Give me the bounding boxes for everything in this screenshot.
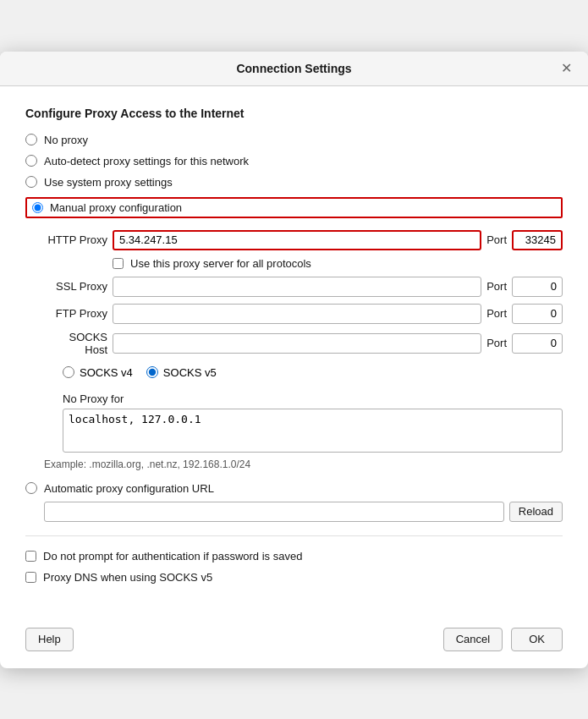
footer-right-buttons: Cancel OK [443, 628, 563, 651]
ftp-proxy-input[interactable] [113, 304, 481, 324]
manual-proxy-label: Manual proxy configuration [50, 201, 182, 214]
socks-v4-label: SOCKS v4 [80, 366, 133, 379]
auto-proxy-label: Automatic proxy configuration URL [44, 482, 214, 495]
socks-v5-radio[interactable] [146, 366, 158, 378]
reload-button[interactable]: Reload [509, 502, 563, 522]
socks-host-input[interactable] [113, 333, 481, 354]
use-for-all-row: Use this proxy server for all protocols [113, 257, 563, 270]
socks-v5-option[interactable]: SOCKS v5 [146, 366, 217, 379]
help-button[interactable]: Help [25, 628, 74, 651]
dialog-body: Configure Proxy Access to the Internet N… [0, 86, 588, 617]
system-proxy-radio[interactable] [25, 176, 37, 188]
http-proxy-input[interactable] [113, 230, 481, 250]
http-proxy-label: HTTP Proxy [44, 233, 107, 246]
divider [25, 535, 563, 536]
title-bar: Connection Settings ✕ [0, 52, 588, 86]
ssl-proxy-input[interactable] [113, 277, 481, 297]
ftp-port-label: Port [486, 307, 507, 320]
http-proxy-row: HTTP Proxy Port [44, 230, 563, 250]
system-proxy-option[interactable]: Use system proxy settings [25, 176, 563, 189]
cancel-button[interactable]: Cancel [443, 628, 503, 651]
section-title: Configure Proxy Access to the Internet [25, 107, 563, 120]
auto-detect-option[interactable]: Auto-detect proxy settings for this netw… [25, 155, 563, 167]
no-proxy-radio[interactable] [25, 134, 37, 145]
socks-version-row: SOCKS v4 SOCKS v5 [63, 366, 563, 379]
auto-proxy-input-row: Reload [44, 502, 563, 522]
socks-port-input[interactable] [512, 333, 563, 354]
ssl-port-input[interactable] [512, 277, 563, 297]
proxy-dns-row: Proxy DNS when using SOCKS v5 [25, 571, 563, 584]
dialog-footer: Help Cancel OK [0, 617, 588, 668]
ssl-port-label: Port [486, 280, 507, 293]
socks-host-row: SOCKS Host Port [44, 331, 563, 356]
ok-button[interactable]: OK [511, 628, 563, 651]
manual-proxy-section: HTTP Proxy Port Use this proxy server fo… [44, 230, 563, 455]
socks-host-label: SOCKS Host [44, 331, 107, 356]
no-proxy-option[interactable]: No proxy [25, 134, 563, 146]
auto-proxy-option[interactable]: Automatic proxy configuration URL [25, 482, 214, 495]
auto-detect-label: Auto-detect proxy settings for this netw… [44, 155, 249, 167]
use-for-all-checkbox[interactable] [113, 258, 124, 269]
http-port-input[interactable] [512, 230, 563, 250]
example-text: Example: .mozilla.org, .net.nz, 192.168.… [44, 458, 563, 470]
http-port-label: Port [486, 233, 507, 246]
ftp-port-input[interactable] [512, 304, 563, 324]
proxy-options-group: No proxy Auto-detect proxy settings for … [25, 134, 563, 218]
ssl-proxy-label: SSL Proxy [44, 280, 107, 293]
auto-detect-radio[interactable] [25, 155, 37, 167]
connection-settings-dialog: Connection Settings ✕ Configure Proxy Ac… [0, 52, 588, 668]
socks-v4-radio[interactable] [63, 366, 74, 378]
no-proxy-for-label: No Proxy for [63, 392, 563, 405]
manual-proxy-radio[interactable] [32, 202, 43, 213]
auto-proxy-row: Automatic proxy configuration URL [25, 482, 563, 495]
socks-v5-label: SOCKS v5 [163, 366, 217, 379]
auto-proxy-section: Automatic proxy configuration URL Reload [25, 482, 563, 522]
auto-proxy-url-input[interactable] [44, 502, 504, 522]
use-for-all-label[interactable]: Use this proxy server for all protocols [130, 257, 311, 270]
close-button[interactable]: ✕ [558, 60, 574, 77]
no-proxy-section: No Proxy for localhost, 127.0.0.1 [63, 392, 563, 455]
bottom-checkboxes: Do not prompt for authentication if pass… [25, 550, 563, 584]
no-auth-prompt-row: Do not prompt for authentication if pass… [25, 550, 563, 563]
socks-port-label: Port [486, 337, 507, 349]
ftp-proxy-label: FTP Proxy [44, 307, 107, 320]
system-proxy-label: Use system proxy settings [44, 176, 173, 189]
manual-proxy-option[interactable]: Manual proxy configuration [25, 197, 563, 218]
auto-proxy-radio[interactable] [25, 482, 37, 494]
proxy-dns-checkbox[interactable] [25, 572, 36, 583]
socks-v4-option[interactable]: SOCKS v4 [63, 366, 133, 379]
dialog-title: Connection Settings [30, 62, 558, 75]
no-proxy-label: No proxy [44, 134, 88, 146]
ftp-proxy-row: FTP Proxy Port [44, 304, 563, 324]
no-proxy-textarea[interactable]: localhost, 127.0.0.1 [63, 409, 563, 453]
no-auth-prompt-checkbox[interactable] [25, 551, 36, 562]
proxy-dns-label[interactable]: Proxy DNS when using SOCKS v5 [43, 571, 212, 584]
no-auth-prompt-label[interactable]: Do not prompt for authentication if pass… [43, 550, 302, 563]
ssl-proxy-row: SSL Proxy Port [44, 277, 563, 297]
